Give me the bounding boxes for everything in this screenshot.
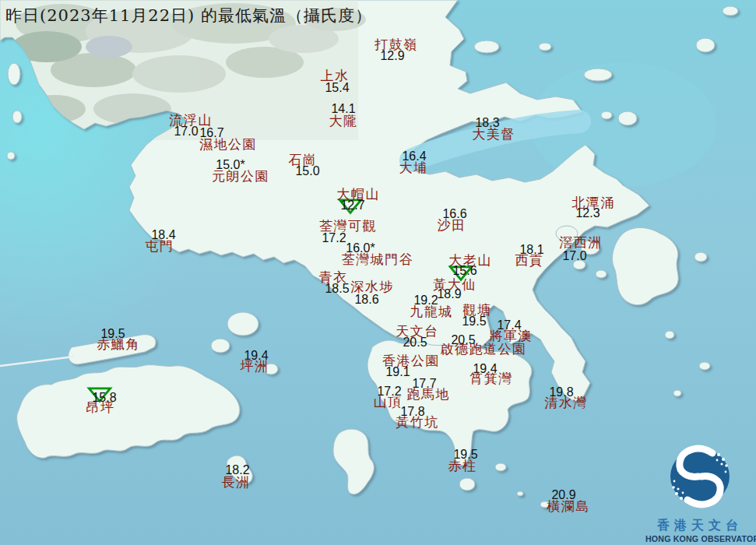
- station-name: 上水: [321, 69, 350, 83]
- station-name: 石崗: [289, 153, 318, 167]
- station-name: 觀塘: [463, 304, 492, 317]
- station-name: 啟德跑道公園: [441, 343, 527, 356]
- hko-logo: 香港天文台 HONG KONG OBSERVATORY: [645, 439, 754, 543]
- station-name: 長洲: [222, 476, 251, 489]
- station-name: 赤鱲角: [97, 338, 140, 351]
- station-name: 打鼓嶺: [374, 38, 418, 51]
- station-name: 跑馬地: [406, 388, 450, 401]
- station-name: 坪洲: [241, 360, 269, 373]
- station-name: 大老山: [448, 254, 492, 267]
- station-name: 筲箕灣: [469, 372, 513, 385]
- station-name: 赤柱: [448, 459, 477, 473]
- hko-min-temp-map: 昨日(2023年11月22日) 的最低氣溫（攝氏度） 12.9打鼓嶺15.4上水…: [0, 0, 756, 545]
- station-name: 將軍澳: [489, 329, 533, 343]
- station-name: 北潭涌: [571, 196, 615, 209]
- station-name: 屯門: [146, 240, 174, 253]
- station-name: 沙田: [438, 219, 466, 232]
- station-name: 清水灣: [544, 396, 588, 410]
- station-value: 18.6: [354, 294, 378, 306]
- station-value: 15.4: [325, 82, 349, 94]
- station-name: 大美督: [472, 128, 515, 141]
- station-value: 17.0: [562, 250, 586, 262]
- station-name: 橫瀾島: [547, 500, 590, 513]
- station-name: 青衣: [319, 271, 348, 284]
- station-name: 大帽山: [336, 188, 380, 201]
- station-name: 天文台: [396, 325, 439, 338]
- station-name: 黃竹坑: [396, 416, 439, 429]
- station-name: 荃灣城門谷: [342, 253, 414, 266]
- station-name: 山頂: [374, 396, 403, 409]
- station-name: 香港公園: [382, 354, 440, 367]
- map-title: 昨日(2023年11月22日) 的最低氣溫（攝氏度）: [5, 5, 372, 26]
- station-name: 濕地公園: [199, 138, 257, 151]
- stations-layer: 12.9打鼓嶺15.4上水14.1大隴18.3大美督17.0流浮山16.7濕地公…: [0, 0, 756, 545]
- station-name: 黃大仙: [433, 278, 476, 291]
- station-name: 九龍城: [410, 305, 453, 318]
- station-name: 大埔: [399, 161, 428, 174]
- station-name: 元朗公園: [212, 170, 269, 183]
- station-name: 西貢: [515, 254, 544, 267]
- station-name: 荃灣可觀: [319, 220, 377, 233]
- station-name: 大隴: [329, 114, 358, 128]
- station-name: 滘西洲: [559, 236, 603, 249]
- logo-chinese-name: 香港天文台: [645, 518, 754, 534]
- hko-logo-icon: [645, 439, 754, 514]
- station-name: 昂坪: [86, 401, 115, 414]
- logo-english-name: HONG KONG OBSERVATORY: [645, 534, 754, 543]
- station-value: 17.2: [322, 232, 346, 244]
- station-name: 流浮山: [169, 114, 213, 127]
- station-name: 深水埗: [350, 280, 394, 294]
